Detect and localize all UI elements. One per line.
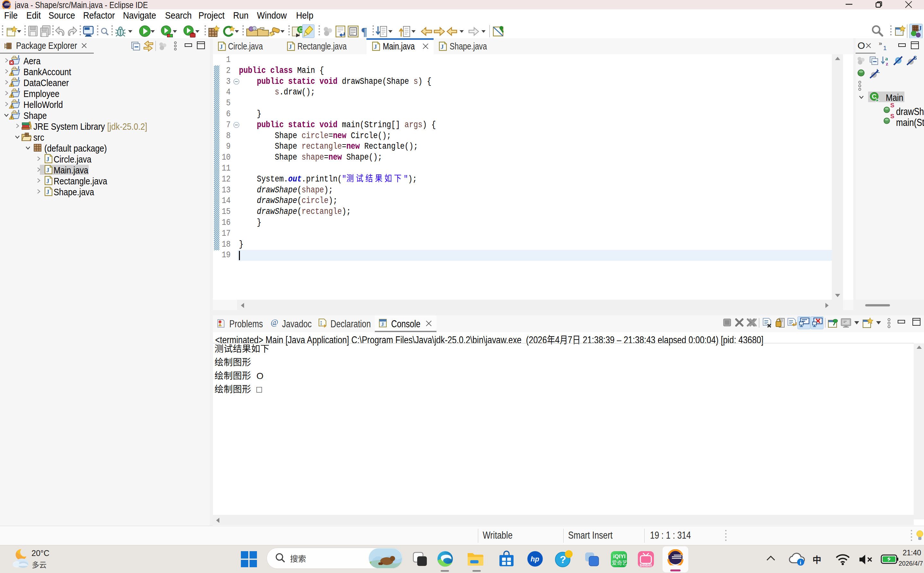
svg-text:hp: hp [530,555,539,563]
svg-text:z: z [886,61,888,66]
svg-text:C: C [872,93,877,100]
svg-text:爱奇艺: 爱奇艺 [612,559,627,566]
svg-text:?: ? [560,554,566,565]
svg-text:J: J [918,25,922,32]
svg-text:bilibili: bilibili [640,563,652,568]
svg-text:i: i [800,559,801,566]
svg-text:J: J [381,321,384,327]
